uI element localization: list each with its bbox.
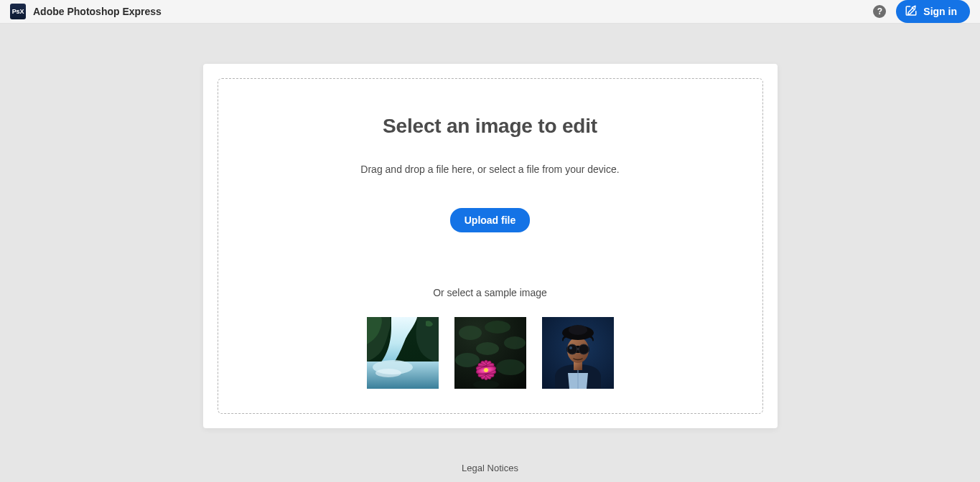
upload-button[interactable]: Upload file bbox=[450, 208, 531, 232]
sample-row bbox=[247, 317, 734, 389]
app-title: Adobe Photoshop Express bbox=[33, 6, 162, 17]
svg-point-7 bbox=[504, 336, 526, 349]
sample-image-portrait[interactable] bbox=[542, 317, 614, 389]
svg-point-21 bbox=[473, 380, 499, 389]
svg-point-10 bbox=[476, 342, 499, 355]
svg-point-3 bbox=[375, 369, 401, 377]
svg-point-6 bbox=[485, 321, 510, 334]
sample-image-waterfall[interactable] bbox=[367, 317, 439, 389]
svg-point-8 bbox=[455, 353, 480, 367]
help-icon[interactable]: ? bbox=[873, 5, 886, 18]
dropzone[interactable]: Select an image to edit Drag and drop a … bbox=[218, 78, 763, 414]
upload-button-label: Upload file bbox=[465, 214, 516, 226]
dropzone-title: Select an image to edit bbox=[247, 115, 734, 138]
sample-label: Or select a sample image bbox=[247, 287, 734, 298]
svg-point-26 bbox=[569, 325, 587, 335]
app-header-right: ? Sign in bbox=[873, 0, 970, 23]
svg-point-20 bbox=[484, 368, 488, 372]
upload-card: Select an image to edit Drag and drop a … bbox=[203, 64, 778, 428]
svg-point-29 bbox=[579, 344, 589, 354]
svg-point-31 bbox=[569, 346, 572, 349]
svg-point-5 bbox=[459, 326, 482, 340]
dropzone-subtitle: Drag and drop a file here, or select a f… bbox=[247, 164, 734, 175]
app-logo-icon: PsX bbox=[10, 4, 26, 19]
legal-notices-label: Legal Notices bbox=[462, 463, 518, 473]
signin-icon bbox=[905, 4, 918, 19]
svg-point-9 bbox=[496, 359, 525, 375]
legal-notices-link[interactable]: Legal Notices bbox=[0, 457, 980, 476]
sample-image-lotus[interactable] bbox=[454, 317, 526, 389]
svg-point-28 bbox=[567, 344, 577, 354]
app-logo-text: PsX bbox=[12, 8, 24, 15]
app-header-left: PsX Adobe Photoshop Express bbox=[10, 4, 162, 19]
help-glyph: ? bbox=[877, 6, 882, 16]
signin-label: Sign in bbox=[923, 6, 957, 17]
signin-button[interactable]: Sign in bbox=[896, 0, 970, 23]
app-header: PsX Adobe Photoshop Express ? Sign in bbox=[0, 0, 980, 24]
main-stage: Select an image to edit Drag and drop a … bbox=[0, 24, 980, 482]
svg-rect-30 bbox=[577, 348, 579, 350]
